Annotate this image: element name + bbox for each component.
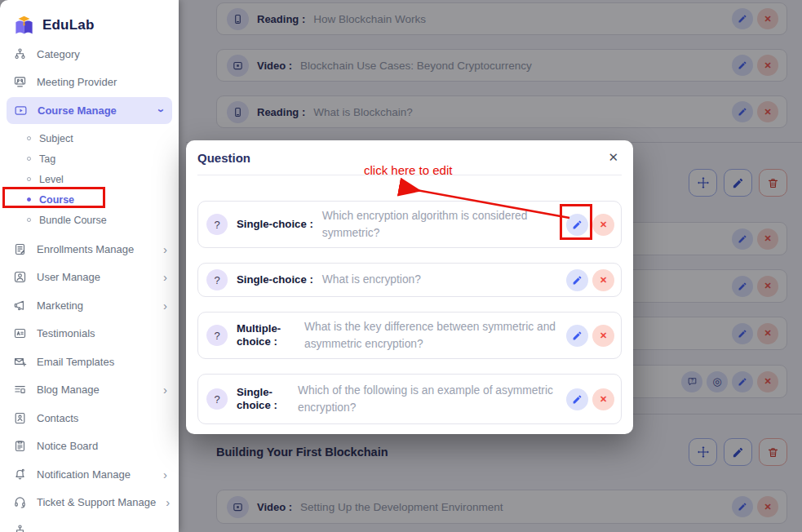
sidebar-item-partial[interactable] [0, 516, 179, 532]
sidebar-item-label: Email Templates [37, 356, 114, 368]
sidebar-item-label: Category [37, 48, 80, 60]
sidebar-item-label: Notification Manage [37, 468, 131, 481]
sidebar-item-category[interactable]: Category [0, 40, 179, 69]
sidebar-item-label: Course Manage [38, 104, 117, 117]
chevron-down-icon: › [156, 109, 168, 113]
sidebar-item-label: Level [39, 174, 64, 185]
sidebar-item-meeting-provider[interactable]: Meeting Provider [0, 69, 179, 97]
sidebar-item-label: Notice Board [37, 440, 98, 452]
sidebar-item-tag[interactable]: Tag [0, 149, 179, 169]
chevron-right-icon: › [163, 468, 167, 481]
user-manage-icon [13, 270, 27, 284]
brand: EduLab [0, 0, 179, 40]
question-modal: Question ✕ ? Single-choice : Which encry… [186, 140, 633, 434]
testimonials-icon [13, 326, 27, 340]
sidebar-item-ticket-support-manage[interactable]: Ticket & Support Manage › [0, 489, 179, 517]
question-card: ? Single-choice : Which encryption algor… [197, 201, 622, 248]
chevron-right-icon: › [163, 243, 167, 255]
course-manage-icon [14, 104, 28, 117]
sidebar-item-label: Meeting Provider [37, 76, 117, 88]
delete-question-button[interactable]: ✕ [592, 214, 614, 236]
question-card: ? Multiple-choice : What is the key diff… [197, 312, 622, 359]
question-mark-icon: ? [206, 388, 228, 410]
bullet-icon [27, 197, 31, 202]
sidebar-item-label: Subject [39, 133, 73, 144]
sidebar-item-label: User Manage [37, 271, 100, 283]
sidebar-item-label: Ticket & Support Manage [37, 496, 156, 508]
contacts-icon [13, 411, 27, 425]
chevron-right-icon: › [163, 299, 167, 312]
sidebar-item-label: Bundle Course [39, 215, 107, 226]
sidebar-item-email-templates[interactable]: Email Templates [0, 348, 179, 376]
question-text: Which encryption algorithm is considered… [322, 207, 557, 242]
chevron-right-icon: › [166, 496, 170, 508]
question-mark-icon: ? [206, 214, 228, 235]
question-card: ? Single-choice : Which of the following… [197, 374, 622, 424]
bullet-icon [27, 136, 31, 140]
delete-question-button[interactable]: ✕ [592, 388, 614, 410]
app-window: Reading : How Blockchain Works ✕ Video :… [0, 0, 802, 532]
modal-title: Question [197, 151, 250, 165]
email-templates-icon [13, 355, 27, 369]
edulab-logo-icon [13, 15, 35, 37]
sidebar-item-label: Contacts [37, 412, 78, 424]
bullet-icon [27, 177, 31, 181]
meeting-provider-icon [13, 75, 27, 89]
question-text: What is the key difference between symme… [304, 318, 557, 353]
sidebar-item-label: Blog Manage [37, 383, 100, 396]
sidebar-item-label: Tag [39, 153, 55, 165]
sidebar-item-label: Marketing [37, 299, 83, 312]
notice-board-icon [13, 439, 27, 453]
sidebar-item-course-manage[interactable]: Course Manage › [7, 97, 172, 124]
brand-name: EduLab [42, 17, 95, 33]
sidebar-item-notification-manage[interactable]: Notification Manage › [0, 460, 179, 489]
sidebar-item-user-manage[interactable]: User Manage › [0, 264, 179, 292]
question-type: Single-choice : [237, 218, 313, 232]
category-icon [13, 47, 27, 61]
marketing-icon [13, 299, 27, 313]
bullet-icon [27, 218, 31, 222]
question-card: ? Single-choice : What is encryption? ✕ [197, 263, 622, 297]
sidebar-item-enrollments-manage[interactable]: Enrollments Manage › [0, 235, 179, 264]
sidebar-item-level[interactable]: Level [0, 169, 179, 189]
sidebar-item-label: Course [39, 194, 74, 206]
edit-question-button[interactable] [566, 325, 588, 347]
sidebar: EduLab Category Meeting Provider Course … [0, 0, 179, 532]
question-text: Which of the following is an example of … [298, 382, 557, 417]
sidebar-item-label: Enrollments Manage [37, 243, 134, 255]
sidebar-item-course[interactable]: Course [0, 189, 179, 210]
close-icon[interactable]: ✕ [605, 149, 622, 166]
question-type: Single-choice : [237, 273, 313, 287]
bullet-icon [27, 157, 31, 161]
edit-question-button[interactable] [566, 388, 588, 410]
enrollments-icon [13, 242, 27, 256]
blog-manage-icon [13, 383, 27, 397]
question-mark-icon: ? [206, 325, 228, 346]
question-text: What is encryption? [322, 271, 557, 288]
modal-header: Question ✕ [197, 140, 622, 175]
course-manage-submenu: Subject Tag Level Course Bundle Course [0, 125, 179, 235]
question-type: Multiple-choice : [237, 322, 295, 349]
chevron-right-icon: › [163, 271, 167, 283]
sidebar-item-contacts[interactable]: Contacts [0, 404, 179, 432]
sidebar-item-testimonials[interactable]: Testimonials [0, 320, 179, 348]
notification-icon [13, 468, 27, 481]
chevron-right-icon: › [163, 383, 167, 396]
sidebar-item-label: Testimonials [37, 327, 95, 339]
ticket-support-icon [13, 495, 27, 509]
sidebar-item-blog-manage[interactable]: Blog Manage › [0, 376, 179, 405]
sidebar-item-notice-board[interactable]: Notice Board [0, 432, 179, 461]
question-type: Single-choice : [237, 386, 289, 413]
delete-question-button[interactable]: ✕ [592, 325, 614, 347]
sidebar-item-bundle-course[interactable]: Bundle Course [0, 210, 179, 230]
question-mark-icon: ? [206, 269, 228, 290]
edit-question-button[interactable] [566, 214, 588, 236]
edit-question-button[interactable] [566, 269, 588, 291]
delete-question-button[interactable]: ✕ [592, 269, 614, 291]
sidebar-item-marketing[interactable]: Marketing › [0, 291, 179, 320]
partial-icon [13, 524, 27, 532]
sidebar-item-subject[interactable]: Subject [0, 128, 179, 149]
